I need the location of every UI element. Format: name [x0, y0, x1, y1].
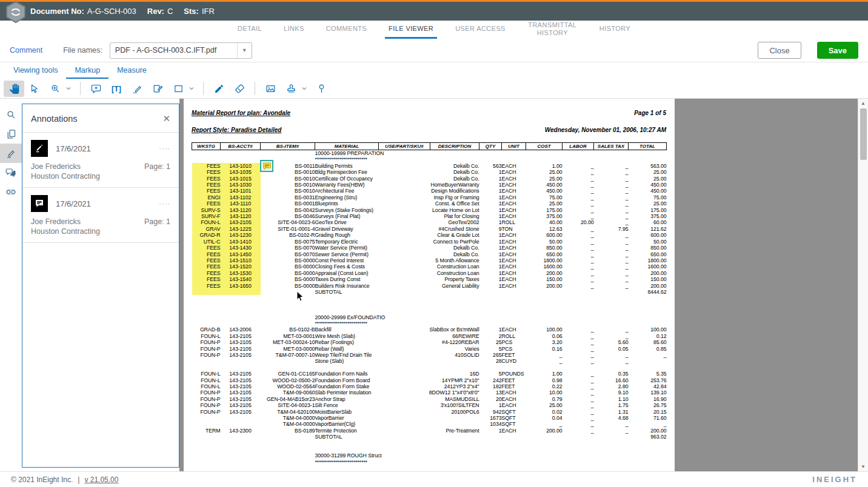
table-row: FOUN-P143-2105T&M-09-0060Slab Perimiter …	[192, 389, 667, 396]
scroll-up-icon[interactable]: ▲	[861, 101, 866, 106]
annotation-author: Joe Fredericks	[31, 217, 81, 226]
stamp-options-chevron-icon[interactable]	[301, 85, 311, 91]
zoom-in-icon[interactable]	[45, 81, 65, 97]
pin-icon[interactable]	[311, 81, 332, 97]
mouse-cursor	[296, 291, 304, 305]
pdf-table: WKSTG BS-ACCT# BS-ITEM# MATERIAL USE/PAR…	[192, 142, 667, 471]
titlebar: Document No:A-G-SCH-003 Rev:C Sts:IFR	[0, 2, 868, 21]
table-row: FOUN-P143-2105SITE-04-0023-1Silt Fence3'…	[192, 402, 667, 408]
image-icon[interactable]	[260, 81, 281, 97]
scrollbar-thumb[interactable]	[860, 108, 867, 160]
tab-user-access[interactable]: USER ACCESS	[452, 21, 509, 39]
link-icon[interactable]	[0, 182, 22, 202]
markup-tool-tabs: Viewing tools Markup Measure	[0, 62, 868, 79]
annotation-menu-icon[interactable]: ····	[159, 145, 170, 152]
close-icon[interactable]: ✕	[162, 113, 170, 124]
annotation-page: Page: 1	[144, 162, 170, 171]
document-viewer-app: Document No:A-G-SCH-003 Rev:C Sts:IFR DE…	[0, 0, 868, 487]
pages-icon[interactable]	[0, 124, 22, 144]
annotation-menu-icon[interactable]: ····	[159, 200, 170, 207]
chevron-down-icon[interactable]: ▼	[237, 43, 252, 58]
sts-value: IFR	[202, 7, 215, 16]
table-row: FEES143-1101BS-0010Architectural FeeDesi…	[192, 188, 667, 194]
comment-note-icon[interactable]	[260, 160, 273, 172]
zoom-options-chevron-icon[interactable]	[65, 85, 75, 91]
table-row: SUBTOTAL963.02	[192, 434, 667, 440]
doc-no-value: A-G-SCH-003	[87, 7, 136, 16]
table-row: **************************	[192, 320, 667, 326]
save-button[interactable]: Save	[817, 42, 858, 59]
tab-comments[interactable]: COMMENTS	[322, 21, 370, 39]
table-row: ENGI143-1102BS-0031Engineering (Stru)Ins…	[192, 194, 667, 200]
stamp-icon[interactable]	[281, 81, 301, 97]
file-bar: Comment File names: PDF - A-G-SCH-003.C.…	[0, 39, 868, 62]
select-cursor-icon[interactable]	[24, 81, 45, 97]
shape-options-chevron-icon[interactable]	[189, 85, 198, 91]
text-tool-icon[interactable]: [T]	[106, 81, 127, 97]
table-row: FEES143-1015BS-0010Certificate Of Occupa…	[192, 176, 667, 182]
table-row: FOUN-L143-2105SITE-04-0023-6GeoTex Drive…	[192, 219, 667, 225]
tab-markup[interactable]: Markup	[66, 64, 109, 79]
footer-divider: |	[78, 475, 79, 484]
file-name-select[interactable]: PDF - A-G-SCH-003.C.IFT.pdf ▼	[110, 42, 252, 59]
pdf-page-info: Page 1 of 5	[634, 110, 666, 116]
sts-label: Sts:	[184, 7, 199, 16]
table-row: 30000-31299 ROUGH Struct	[192, 452, 667, 459]
freehand-pen-icon[interactable]	[127, 81, 147, 97]
table-row: 10000-19999 PREPARATION	[192, 150, 667, 157]
table-row: FEES143-1650BS-0000Builders Risk Insuran…	[192, 283, 667, 289]
comment-annotation-icon	[31, 195, 48, 212]
tab-detail[interactable]: DETAIL	[234, 21, 265, 39]
markup-toolbar: [T]	[0, 79, 868, 99]
pdf-report-title: Material Report for plan: Avondale	[192, 110, 290, 116]
table-row: FEES143-1510BS-0000Const Period Interest…	[192, 257, 667, 263]
note-edit-icon[interactable]	[147, 81, 168, 97]
comments-icon[interactable]	[0, 163, 22, 182]
annotation-item-comment[interactable]: 17/6/2021 ···· Joe Fredericks Page: 1 Ho…	[22, 188, 179, 243]
pdf-viewer-canvas[interactable]: Material Report for plan: Avondale Page …	[179, 99, 858, 471]
annotate-pen-icon[interactable]	[0, 144, 22, 163]
table-row: FOUN-P143-2105GEN-04-MAB15or23Anchor Str…	[192, 396, 667, 402]
table-row: TERM143-2300BS-0189Termite ProtectionPre…	[192, 428, 667, 434]
rev-label: Rev:	[147, 7, 164, 16]
search-icon[interactable]	[0, 105, 22, 124]
add-comment-icon[interactable]	[85, 81, 106, 97]
table-row: FOUN-L143-2105GEN-01-CC165Foundation For…	[192, 371, 667, 377]
footer: © 2021 InEight Inc. | v 21.05.00 INEIGHT	[0, 471, 868, 487]
tab-viewing-tools[interactable]: Viewing tools	[5, 64, 66, 79]
table-row: FOUN-L143-2105WOOD-02-0564Foundation For…	[192, 383, 667, 389]
tab-history[interactable]: HISTORY	[596, 21, 634, 39]
file-names-label: File names:	[63, 46, 102, 55]
pan-hand-icon[interactable]	[4, 81, 24, 97]
tab-transmittal-history[interactable]: TRANSMITTAL HISTORY	[524, 21, 581, 39]
ineight-wordmark: INEIGHT	[812, 475, 857, 484]
close-button[interactable]: Close	[758, 42, 801, 59]
tab-links[interactable]: LINKS	[280, 21, 308, 39]
pdf-datetime: Wednesday, November 01, 2006, 10:27 AM	[545, 127, 666, 133]
table-row: GRAV143-1225SITE-01-0001-4Gravel Drivewa…	[192, 226, 667, 232]
annotation-date: 17/6/2021	[56, 199, 151, 208]
comment-link[interactable]: Comment	[10, 46, 42, 55]
scroll-down-icon[interactable]: ▼	[861, 464, 866, 469]
table-row: Stone (Slab)28CUYD___	[192, 358, 667, 364]
pdf-table-header: WKSTG BS-ACCT# BS-ITEM# MATERIAL USE/PAR…	[192, 143, 667, 150]
ineight-shield-logo	[5, 1, 27, 24]
tab-measure[interactable]: Measure	[109, 64, 155, 79]
version-link[interactable]: v 21.05.00	[84, 475, 118, 484]
rectangle-shape-icon[interactable]	[168, 81, 189, 97]
table-row	[192, 365, 667, 371]
annotation-date: 17/6/2021	[56, 144, 151, 153]
table-row	[192, 302, 667, 308]
table-row: SURV-S143-1120BS-0042Surveys (Stake Foot…	[192, 207, 667, 213]
table-row: GRAD-B143-2006BS-0102-BBackfillSlabBox o…	[192, 326, 667, 333]
table-row: FOUN-P143-2105MET-03-00024-10Rebar (Foot…	[192, 339, 667, 345]
vertical-scrollbar[interactable]: ▲ ▼	[858, 99, 868, 471]
eraser-icon[interactable]	[229, 81, 250, 97]
table-row: FEES143-1530BS-0000Appraisal (Const Loan…	[192, 270, 667, 276]
tab-file-viewer[interactable]: FILE VIEWER	[385, 21, 437, 39]
annotation-page: Page: 1	[144, 217, 170, 226]
highlighter-marker-icon[interactable]	[209, 81, 229, 97]
copyright-text: © 2021 InEight Inc.	[11, 475, 73, 484]
annotation-item-pen[interactable]: 17/6/2021 ···· Joe Fredericks Page: 1 Ho…	[22, 133, 179, 188]
table-row: FEES143-1110BS-0001BlueprintsConst. & Of…	[192, 200, 667, 207]
